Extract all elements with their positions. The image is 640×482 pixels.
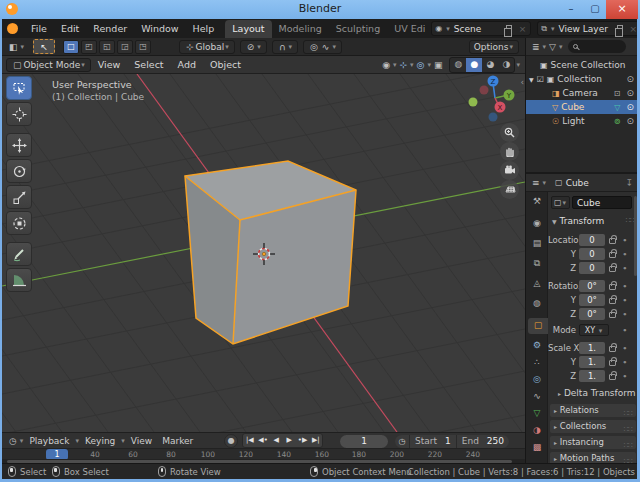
- neg-x-axis-ball[interactable]: [480, 86, 489, 95]
- panel-collections[interactable]: ▸ Collections ∷∷: [550, 420, 636, 433]
- animate-dot-icon[interactable]: ∙: [622, 249, 628, 259]
- menu-marker[interactable]: Marker: [157, 436, 198, 446]
- select-mode-extend[interactable]: ◰: [81, 40, 97, 54]
- workspace-tab-sculpting[interactable]: Sculpting: [329, 20, 387, 38]
- tab-object-data[interactable]: ▽: [526, 406, 548, 422]
- scene-selector[interactable]: ◉ ▾ Scene ×: [431, 21, 531, 36]
- view-layer-name[interactable]: View Layer: [556, 24, 614, 34]
- tab-tool[interactable]: ⚒: [526, 194, 548, 210]
- location-x-field[interactable]: 0: [579, 234, 605, 246]
- overlays-toggle-icon[interactable]: ◎: [415, 60, 427, 70]
- current-frame-field[interactable]: 1: [340, 435, 388, 448]
- item-label[interactable]: Scene Collection: [551, 60, 626, 70]
- tab-material[interactable]: ◑: [526, 423, 548, 439]
- menu-edit[interactable]: Edit: [54, 23, 86, 34]
- menu-render[interactable]: Render: [86, 23, 134, 34]
- menu-select[interactable]: Select: [127, 59, 170, 70]
- default-cube[interactable]: [185, 161, 356, 344]
- xray-toggle-icon[interactable]: ▣: [432, 60, 445, 70]
- workspace-tab-uv-editing[interactable]: UV Editing: [387, 20, 425, 38]
- rotation-z-field[interactable]: 0°: [579, 308, 605, 320]
- tab-object[interactable]: ▢: [528, 318, 548, 334]
- item-label[interactable]: Light: [562, 116, 584, 126]
- rotation-mode-dropdown[interactable]: XY ▾: [579, 324, 609, 336]
- tab-particles[interactable]: ∴: [526, 355, 548, 371]
- object-name-input[interactable]: Cube: [572, 196, 632, 209]
- tab-world[interactable]: ◍: [526, 296, 548, 312]
- neg-z-axis-ball[interactable]: [489, 113, 498, 122]
- shading-material-button[interactable]: ◕: [482, 58, 498, 72]
- end-frame-field[interactable]: End 250: [457, 435, 509, 448]
- location-z-field[interactable]: 0: [579, 262, 605, 274]
- menu-keying[interactable]: Keying: [80, 436, 120, 446]
- camera-data-icon[interactable]: ⊡: [614, 89, 621, 98]
- lock-icon[interactable]: [609, 374, 616, 380]
- outliner-item-cube[interactable]: ▽ Cube ▽ ⊙: [526, 100, 638, 114]
- outliner-search-input[interactable]: [568, 40, 626, 53]
- start-frame-field[interactable]: Start 1: [410, 435, 457, 448]
- animate-dot-icon[interactable]: ∙: [622, 295, 628, 305]
- tool-annotate[interactable]: [6, 242, 32, 266]
- hide-in-viewport-icon[interactable]: ⊙: [626, 88, 634, 98]
- outliner-item-light[interactable]: ☉ Light ⊚ ⊙: [526, 114, 638, 128]
- 3d-viewport[interactable]: Z Y X User Perspective (1) Collection | …: [2, 74, 525, 432]
- tool-box-select[interactable]: [6, 76, 32, 100]
- panel-grip-icon[interactable]: ∷∷: [626, 216, 634, 225]
- new-view-layer-icon[interactable]: [617, 25, 623, 32]
- zoom-button[interactable]: [500, 123, 519, 142]
- view-layer-icon[interactable]: ⧉: [538, 24, 550, 34]
- pivot-point-dropdown[interactable]: ⊘ ▾: [240, 40, 267, 54]
- maximize-button[interactable]: ▢: [584, 0, 606, 19]
- gizmos-toggle-icon[interactable]: ⊹: [398, 60, 410, 70]
- tab-view-layer[interactable]: ⧉: [526, 256, 548, 272]
- jump-to-start-button[interactable]: |◀: [243, 434, 256, 447]
- timeline-ruler[interactable]: 20 40 60 80 100 120 140 160 180 200 220 …: [2, 448, 525, 459]
- pin-icon[interactable]: ↧: [625, 178, 633, 188]
- tab-physics[interactable]: ◎: [526, 372, 548, 388]
- lock-icon[interactable]: [609, 252, 616, 258]
- shading-wireframe-button[interactable]: ◍: [450, 58, 466, 72]
- tab-modifiers[interactable]: ⚙: [526, 338, 548, 354]
- hide-in-viewport-icon[interactable]: ⊙: [626, 74, 634, 84]
- lock-icon[interactable]: [609, 284, 616, 290]
- transform-orientation-dropdown[interactable]: ⊹ Global ▾: [179, 40, 235, 54]
- scale-z-field[interactable]: 1.: [579, 370, 605, 382]
- animate-dot-icon[interactable]: ∙: [622, 371, 628, 381]
- light-data-icon[interactable]: ⊚: [614, 117, 621, 126]
- scene-name[interactable]: Scene: [451, 24, 503, 34]
- select-mode-set[interactable]: □: [63, 40, 79, 54]
- menu-file[interactable]: File: [24, 23, 54, 34]
- item-label[interactable]: Collection: [557, 74, 602, 84]
- menu-window[interactable]: Window: [134, 23, 185, 34]
- view-layer-selector[interactable]: ⧉ ▾ View Layer ×: [537, 21, 640, 36]
- blender-menu-icon[interactable]: [7, 23, 18, 34]
- tab-scene[interactable]: ◬: [526, 276, 548, 292]
- select-mode-invert[interactable]: ◲: [117, 40, 133, 54]
- disclosure-triangle-icon[interactable]: ▼: [529, 76, 534, 83]
- panel-relations[interactable]: ▸ Relations ∷∷: [550, 404, 636, 417]
- tab-output[interactable]: ▤: [526, 236, 548, 252]
- pan-button[interactable]: [500, 142, 519, 161]
- menu-object[interactable]: Object: [203, 59, 248, 70]
- animate-dot-icon[interactable]: ∙: [622, 357, 628, 367]
- tab-constraints[interactable]: ∿: [526, 389, 548, 405]
- lock-icon[interactable]: [609, 346, 616, 352]
- new-scene-icon[interactable]: [506, 25, 512, 32]
- animate-dot-icon[interactable]: ∙: [622, 325, 628, 335]
- minimize-button[interactable]: –: [560, 0, 582, 19]
- options-dropdown[interactable]: Options ▾: [469, 40, 519, 54]
- prev-keyframe-button[interactable]: ◀•: [256, 434, 270, 447]
- workspace-tab-modeling[interactable]: Modeling: [272, 20, 329, 38]
- editor-type-icon[interactable]: ◧: [7, 42, 20, 52]
- next-keyframe-button[interactable]: •▶: [296, 434, 310, 447]
- workspace-tab-layout[interactable]: Layout: [225, 20, 271, 38]
- menu-view[interactable]: View: [91, 59, 128, 70]
- mesh-data-icon[interactable]: ▽: [614, 103, 620, 112]
- tool-transform[interactable]: [6, 211, 32, 235]
- play-reverse-button[interactable]: ◀: [270, 434, 283, 447]
- item-label[interactable]: Cube: [561, 102, 584, 112]
- use-preview-range-icon[interactable]: ◷: [395, 435, 410, 448]
- titlebar[interactable]: Blender – ▢ ×: [0, 0, 640, 19]
- outliner-item-collection[interactable]: ▼ ☑ ▣ Collection ⊙: [526, 72, 638, 86]
- rotation-y-field[interactable]: 0°: [579, 294, 605, 306]
